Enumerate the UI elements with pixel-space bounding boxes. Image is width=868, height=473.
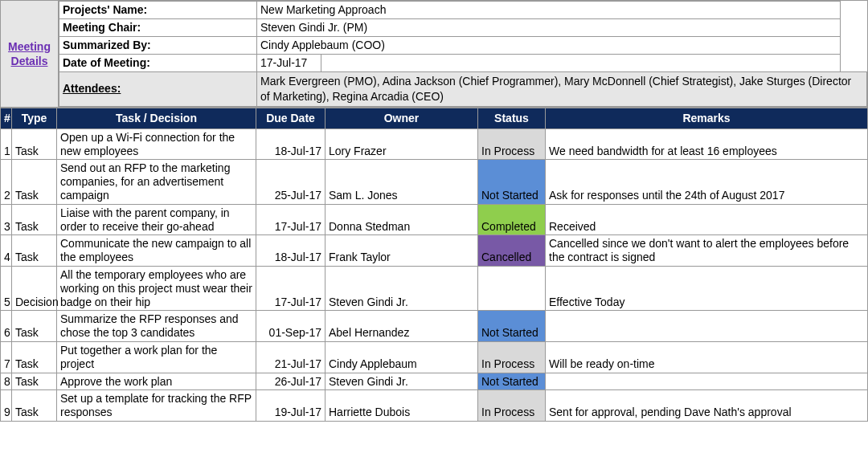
cell-owner: Sam L. Jones bbox=[326, 160, 478, 204]
detail-label: Projects' Name: bbox=[59, 2, 257, 19]
table-row: 1TaskOpen up a Wi-Fi connection for the … bbox=[1, 128, 868, 160]
col-due: Due Date bbox=[256, 108, 326, 128]
cell-task: Put together a work plan for the project bbox=[57, 341, 256, 373]
cell-task: Send out an RFP to the marketing compani… bbox=[57, 160, 256, 204]
cell-remarks: Sent for approval, pending Dave Nath's a… bbox=[546, 390, 868, 422]
cell-type: Task bbox=[12, 311, 57, 342]
cell-num: 3 bbox=[1, 204, 12, 235]
detail-row: Projects' Name: New Marketing Approach bbox=[59, 2, 867, 19]
table-row: 2TaskSend out an RFP to the marketing co… bbox=[1, 160, 868, 204]
cell-owner: Donna Stedman bbox=[326, 204, 478, 235]
cell-owner: Frank Taylor bbox=[326, 235, 478, 267]
cell-status: Completed bbox=[478, 204, 546, 235]
cell-due: 26-Jul-17 bbox=[256, 373, 326, 390]
cell-num: 2 bbox=[1, 160, 12, 204]
cell-status: In Process bbox=[478, 128, 546, 160]
cell-task: Set up a template for tracking the RFP r… bbox=[57, 390, 256, 422]
table-row: 5DecisionAll the temporary employees who… bbox=[1, 266, 868, 310]
table-row: 9TaskSet up a template for tracking the … bbox=[1, 390, 868, 422]
detail-value: New Marketing Approach bbox=[257, 2, 841, 19]
cell-owner: Abel Hernandez bbox=[326, 311, 478, 342]
cell-num: 7 bbox=[1, 341, 12, 373]
cell-remarks: Will be ready on-time bbox=[546, 341, 868, 373]
cell-status: Not Started bbox=[478, 160, 546, 204]
table-header-row: # Type Task / Decision Due Date Owner St… bbox=[1, 108, 868, 128]
cell-due: 18-Jul-17 bbox=[256, 128, 326, 160]
cell-remarks: Received bbox=[546, 204, 868, 235]
cell-task: Liaise with the parent company, in order… bbox=[57, 204, 256, 235]
cell-remarks: Ask for responses until the 24th of Augu… bbox=[546, 160, 868, 204]
cell-type: Task bbox=[12, 373, 57, 390]
detail-value: 17-Jul-17 bbox=[257, 55, 321, 72]
table-row: 6TaskSummarize the RFP responses and cho… bbox=[1, 311, 868, 342]
detail-blank bbox=[321, 55, 841, 72]
cell-num: 4 bbox=[1, 235, 12, 267]
cell-status: Not Started bbox=[478, 373, 546, 390]
detail-value: Steven Gindi Jr. (PM) bbox=[257, 19, 841, 37]
meeting-details-side: Meeting Details bbox=[1, 1, 59, 107]
table-row: 4TaskCommunicate the new campaign to all… bbox=[1, 235, 868, 267]
cell-num: 1 bbox=[1, 128, 12, 160]
detail-label: Meeting Chair: bbox=[59, 19, 257, 37]
cell-type: Task bbox=[12, 341, 57, 373]
detail-row: Summarized By: Cindy Applebaum (COO) bbox=[59, 37, 867, 55]
cell-status: In Process bbox=[478, 341, 546, 373]
col-task: Task / Decision bbox=[57, 108, 256, 128]
detail-blank bbox=[841, 55, 867, 72]
cell-task: Approve the work plan bbox=[57, 373, 256, 390]
attendees-label: Attendees: bbox=[59, 72, 257, 107]
cell-due: 17-Jul-17 bbox=[256, 266, 326, 310]
table-row: 8TaskApprove the work plan26-Jul-17Steve… bbox=[1, 373, 868, 390]
attendees-row: Attendees: Mark Evergreen (PMO), Adina J… bbox=[59, 72, 867, 107]
cell-type: Task bbox=[12, 128, 57, 160]
detail-blank bbox=[841, 37, 867, 55]
cell-status: In Process bbox=[478, 390, 546, 422]
cell-task: Communicate the new campaign to all the … bbox=[57, 235, 256, 267]
cell-owner: Cindy Applebaum bbox=[326, 341, 478, 373]
cell-due: 17-Jul-17 bbox=[256, 204, 326, 235]
detail-label: Date of Meeting: bbox=[59, 55, 257, 72]
table-row: 7TaskPut together a work plan for the pr… bbox=[1, 341, 868, 373]
cell-due: 21-Jul-17 bbox=[256, 341, 326, 373]
cell-type: Task bbox=[12, 160, 57, 204]
attendees-value: Mark Evergreen (PMO), Adina Jackson (Chi… bbox=[257, 72, 867, 107]
cell-task: Open up a Wi-Fi connection for the new e… bbox=[57, 128, 256, 160]
cell-type: Decision bbox=[12, 266, 57, 310]
detail-blank bbox=[841, 2, 867, 19]
cell-owner: Steven Gindi Jr. bbox=[326, 266, 478, 310]
meeting-header: Meeting Details Projects' Name: New Mark… bbox=[0, 0, 868, 108]
meeting-details-link[interactable]: Meeting Details bbox=[1, 39, 58, 68]
cell-num: 5 bbox=[1, 266, 12, 310]
details-table: Projects' Name: New Marketing Approach M… bbox=[59, 1, 867, 107]
cell-due: 18-Jul-17 bbox=[256, 235, 326, 267]
cell-task: All the temporary employees who are work… bbox=[57, 266, 256, 310]
tasks-table: # Type Task / Decision Due Date Owner St… bbox=[0, 108, 868, 422]
cell-type: Task bbox=[12, 204, 57, 235]
detail-row: Date of Meeting: 17-Jul-17 bbox=[59, 55, 867, 72]
cell-remarks bbox=[546, 311, 868, 342]
cell-task: Summarize the RFP responses and chose th… bbox=[57, 311, 256, 342]
cell-num: 6 bbox=[1, 311, 12, 342]
col-remarks: Remarks bbox=[546, 108, 868, 128]
table-row: 3TaskLiaise with the parent company, in … bbox=[1, 204, 868, 235]
detail-blank bbox=[841, 19, 867, 37]
detail-value: Cindy Applebaum (COO) bbox=[257, 37, 841, 55]
col-status: Status bbox=[478, 108, 546, 128]
cell-remarks: Cancelled since we don't want to alert t… bbox=[546, 235, 868, 267]
cell-type: Task bbox=[12, 390, 57, 422]
cell-remarks bbox=[546, 373, 868, 390]
cell-status bbox=[478, 266, 546, 310]
cell-owner: Lory Frazer bbox=[326, 128, 478, 160]
cell-status: Not Started bbox=[478, 311, 546, 342]
cell-owner: Harriette Dubois bbox=[326, 390, 478, 422]
cell-status: Cancelled bbox=[478, 235, 546, 267]
cell-remarks: Effective Today bbox=[546, 266, 868, 310]
cell-due: 19-Jul-17 bbox=[256, 390, 326, 422]
cell-num: 9 bbox=[1, 390, 12, 422]
cell-due: 25-Jul-17 bbox=[256, 160, 326, 204]
cell-owner: Steven Gindi Jr. bbox=[326, 373, 478, 390]
col-num: # bbox=[1, 108, 12, 128]
col-type: Type bbox=[12, 108, 57, 128]
cell-due: 01-Sep-17 bbox=[256, 311, 326, 342]
detail-label: Summarized By: bbox=[59, 37, 257, 55]
